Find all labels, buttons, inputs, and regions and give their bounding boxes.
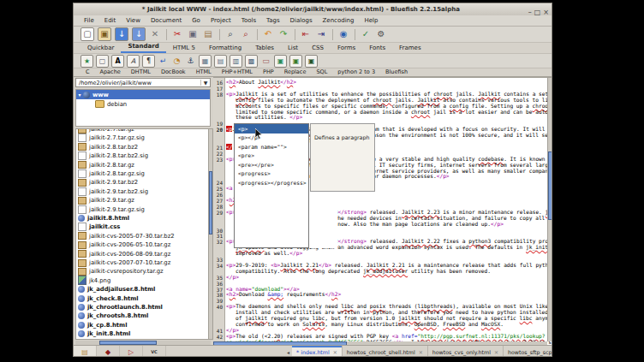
paragraph-icon[interactable]: ¶ — [142, 55, 155, 68]
toolbar-tab-tables[interactable]: Tables — [248, 44, 281, 53]
find-icon[interactable]: ⌕ — [224, 28, 236, 40]
file-item[interactable]: jailkit-2.7.tar.gz.sig — [78, 134, 145, 142]
language-tab-dhtml[interactable]: DHTML — [126, 68, 156, 76]
comment-icon[interactable]: ▭ — [260, 56, 271, 67]
language-tab-docbook[interactable]: DocBook — [156, 68, 191, 76]
file-item[interactable]: jailkit-cvs-2005-07-30.tar.bz2 — [78, 232, 175, 240]
close-icon[interactable]: ✕ — [333, 349, 337, 355]
autocomplete-item[interactable]: <progress></progress> — [235, 178, 308, 187]
menu-file[interactable]: File — [79, 17, 99, 24]
quickstart-icon[interactable]: ★ — [80, 55, 93, 68]
file-item[interactable]: jailkit-2.9.tar.gz.sig — [78, 205, 145, 214]
file-item[interactable]: jailkit.css — [78, 223, 120, 231]
italic-icon[interactable]: A — [127, 55, 140, 68]
code-line[interactable]: <h2>Download &amp; requirements</h2> — [226, 292, 341, 298]
autocomplete-item[interactable]: <progress> — [235, 169, 308, 179]
toolbar-tab-formatting[interactable]: Formatting — [202, 44, 248, 53]
file-item[interactable]: jk_init.8.html — [78, 329, 130, 338]
file-item[interactable]: jailkit-2.7.tar.gz — [78, 128, 134, 134]
tree-item-www[interactable]: ▾www — [76, 90, 210, 99]
file-item[interactable]: jk_chrootlaunch.8.html — [78, 303, 163, 312]
table-row-icon[interactable]: ▤ — [214, 55, 227, 68]
toolbar-tab-fonts[interactable]: Fonts — [362, 44, 392, 53]
code-line[interactable]: </p> — [226, 275, 239, 281]
document-tab[interactable]: howtos_sftp_scp_only.html✕ — [504, 346, 552, 357]
anchor-icon[interactable]: ⚓ — [185, 56, 196, 67]
tab-scroll-left-icon[interactable]: ◂ — [284, 346, 292, 357]
autocomplete-item[interactable]: <p> — [235, 124, 308, 134]
toolbar-tab-css[interactable]: CSS — [305, 44, 331, 53]
filebrowser-tab[interactable]: ▤ — [74, 346, 97, 357]
multi-thumbnail-icon[interactable]: ▣ — [305, 55, 318, 68]
file-item[interactable]: jailkit-2.8.tar.bz2 — [78, 143, 138, 151]
title-bar[interactable]: * Jailkit local WWW - index.html (/home2… — [74, 3, 552, 16]
bookmarks-tab[interactable]: ◆ — [97, 346, 120, 357]
file-item[interactable]: jailkit.8.html — [78, 214, 129, 223]
toolbar-tab-list[interactable]: List — [281, 44, 305, 53]
file-item[interactable]: jk_cp.8.html — [78, 321, 128, 329]
bold-icon[interactable]: A — [111, 55, 124, 68]
file-item[interactable]: jailkit-cvs-2007-07-10.tar.gz — [78, 258, 170, 267]
close-icon[interactable]: ✕ — [419, 349, 423, 355]
table-header-icon[interactable]: ▩ — [245, 55, 258, 68]
menu-dialogs[interactable]: Dialogs — [285, 17, 318, 24]
language-tab-python-2-to-3[interactable]: python 2 to 3 — [332, 68, 380, 76]
toolbar-tab-html-5[interactable]: HTML 5 — [166, 44, 202, 53]
snippets-tab[interactable]: ▷ — [120, 346, 143, 357]
language-tab-php[interactable]: PHP — [258, 68, 279, 76]
file-item[interactable]: jailkit-2.9.tar.gz — [78, 196, 134, 205]
menu-tools[interactable]: Tools — [236, 17, 261, 24]
language-tab-php+html[interactable]: PHP+HTML — [217, 68, 258, 76]
file-item[interactable]: jailkit-cvsrepository.tar.gz — [78, 267, 164, 276]
language-tab-bluefish[interactable]: Bluefish — [380, 68, 413, 76]
file-item[interactable]: jk_addjailuser.8.html — [78, 285, 155, 294]
menu-help[interactable]: Help — [360, 17, 384, 24]
file-item[interactable]: jailkit-2.9.tar.bz2 — [78, 178, 138, 187]
toolbar-tab-frames[interactable]: Frames — [392, 44, 427, 53]
open-file-icon[interactable]: ▣ — [98, 27, 111, 41]
file-item[interactable]: jk4.png — [78, 276, 110, 285]
menu-document[interactable]: Document — [146, 17, 187, 24]
language-tab-replace[interactable]: Replace — [279, 68, 312, 76]
autocomplete-item[interactable]: <pre></pre> — [235, 160, 308, 169]
time-icon[interactable]: ◔ — [171, 56, 182, 67]
path-combobox[interactable]: /home2/olivier/jailkit/www ▼ — [75, 78, 211, 87]
document-tab[interactable]: howtos_cvs_only.html✕ — [428, 346, 504, 357]
file-item[interactable]: jk_jailuser.8.html — [78, 339, 143, 340]
preview-in-browser-icon[interactable]: ◉ — [337, 28, 349, 40]
language-tab-apache[interactable]: Apache — [95, 68, 126, 76]
image-icon[interactable]: ▣ — [274, 55, 287, 68]
new-file-icon[interactable]: ▢ — [80, 27, 94, 41]
toolbar-tab-forms[interactable]: Forms — [331, 44, 362, 53]
file-item[interactable]: jailkit-2.9.tar.bz2.sig — [78, 187, 148, 196]
code-line[interactable]: compatibility. Also the long deprecated … — [226, 269, 491, 275]
autocomplete-item[interactable]: <param name=""> — [235, 142, 308, 151]
document-tab[interactable]: howtos_chroot_shell.html✕ — [343, 346, 428, 357]
code-line[interactable]: confirmed to work on Solaris, many Linux… — [226, 322, 504, 328]
language-tab-html[interactable]: HTML — [191, 68, 217, 76]
file-item[interactable]: jailkit-cvs-2006-08-09.tar.gz — [78, 250, 170, 258]
table-icon[interactable]: ▦ — [199, 55, 212, 68]
file-item[interactable]: jailkit-2.8.tar.gz — [78, 161, 134, 169]
code-line[interactable]: <h2>About Jailkit</h2> — [226, 80, 296, 86]
document-tab[interactable]: * index.html✕ — [292, 346, 343, 357]
language-tab-c[interactable]: C — [80, 68, 95, 76]
file-item[interactable]: jailkit-cvs-2006-05-10.tar.gz — [78, 240, 170, 249]
spellcheck-icon[interactable]: ✓ — [360, 28, 372, 40]
language-tab-sql[interactable]: SQL — [311, 68, 332, 76]
code-line[interactable]: </ — [226, 145, 232, 151]
preferences-gear-icon[interactable]: ⚙ — [375, 28, 387, 40]
menu-zencoding[interactable]: Zencoding — [318, 17, 360, 24]
editor-vscrollbar[interactable] — [547, 78, 552, 341]
menu-tags[interactable]: Tags — [261, 17, 285, 24]
undo-icon[interactable]: ↶ — [262, 28, 274, 40]
paste-icon[interactable]: ▤ — [202, 28, 214, 40]
redo-icon[interactable]: ↷ — [277, 28, 289, 40]
toolbar-tab-quickbar[interactable]: Quickbar — [80, 44, 121, 53]
save-as-icon[interactable]: ↓ — [132, 27, 146, 41]
indent-icon[interactable]: ⇥ — [315, 28, 327, 40]
menu-go[interactable]: Go — [187, 17, 206, 24]
copy-icon[interactable]: ▣ — [187, 28, 199, 40]
toolbar-tab-standard[interactable]: Standard — [121, 42, 165, 53]
autocomplete-item[interactable]: <pre> — [235, 151, 308, 161]
